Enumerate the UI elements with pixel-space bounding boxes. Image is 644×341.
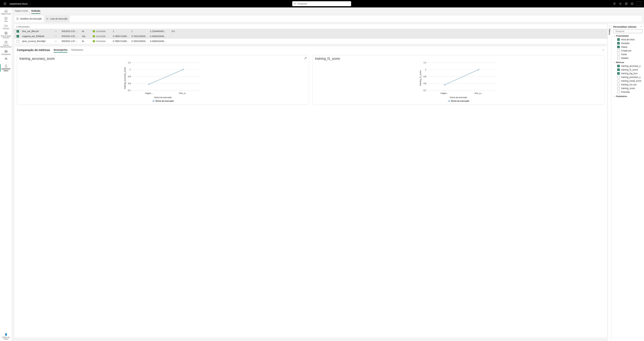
svg-point-11: [620, 4, 621, 4]
search-icon: [294, 3, 296, 5]
svg-point-4: [5, 4, 5, 4]
settings-icon[interactable]: [619, 2, 622, 5]
global-search[interactable]: [292, 1, 351, 6]
app-launcher-icon[interactable]: [2, 2, 8, 5]
svg-point-6: [4, 4, 4, 5]
svg-line-10: [295, 4, 296, 5]
svg-point-15: [632, 4, 632, 4]
svg-point-7: [5, 4, 5, 5]
svg-point-2: [6, 3, 6, 3]
global-search-input[interactable]: [298, 3, 350, 5]
svg-point-0: [4, 3, 4, 3]
help-icon[interactable]: [625, 2, 628, 5]
svg-point-1: [5, 3, 5, 3]
svg-point-16: [632, 4, 633, 4]
svg-point-9: [294, 3, 296, 4]
svg-point-5: [6, 4, 6, 4]
feedback-icon[interactable]: [631, 2, 634, 5]
svg-point-8: [6, 4, 6, 5]
svg-point-14: [631, 3, 633, 5]
svg-point-3: [4, 4, 4, 4]
notifications-icon[interactable]: [613, 2, 616, 5]
breadcrumb[interactable]: experiment-churn: [10, 3, 30, 5]
top-bar: experiment-churn: [0, 0, 644, 8]
account-avatar[interactable]: [636, 2, 641, 6]
